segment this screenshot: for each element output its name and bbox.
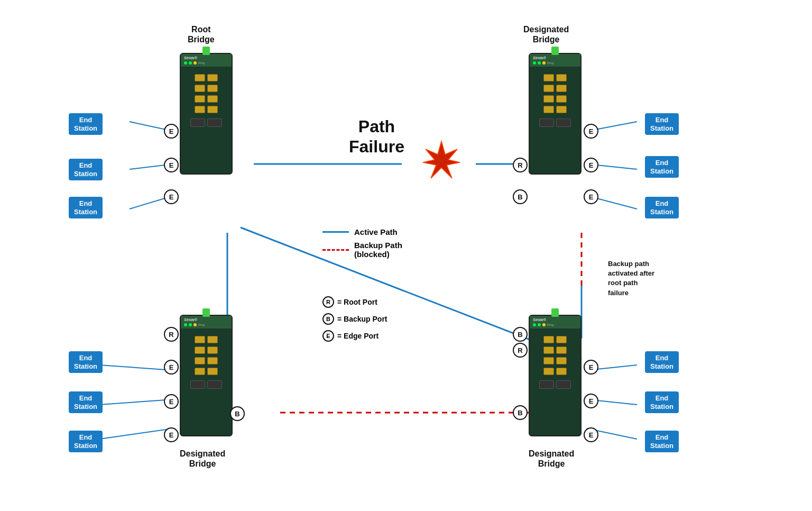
port-badge-E-br2: E bbox=[584, 394, 598, 408]
port-badge-B-br: B bbox=[513, 405, 528, 420]
switch-root-bridge: Stride® Ring bbox=[180, 53, 233, 175]
port-badge-R-tr: R bbox=[513, 158, 528, 172]
port-badge-R-bl: R bbox=[164, 327, 179, 342]
switch-designated-bottom-right: Stride® Ring bbox=[529, 315, 582, 436]
root-bridge-label: RootBridge bbox=[188, 24, 215, 44]
designated-bridge-tr-label: DesignatedBridge bbox=[523, 24, 569, 44]
end-station-tl1: EndStation bbox=[69, 113, 103, 135]
port-badge-E-br1: E bbox=[584, 360, 598, 375]
end-station-tl2: EndStation bbox=[69, 159, 103, 180]
svg-line-14 bbox=[99, 365, 173, 370]
port-definitions: R = Root Port B = Backup Port E = Edge P… bbox=[322, 296, 387, 342]
port-badge-E3: E bbox=[164, 189, 179, 204]
end-station-br1: EndStation bbox=[645, 351, 679, 373]
end-station-tr3: EndStation bbox=[645, 197, 679, 218]
root-port-def: R = Root Port bbox=[322, 296, 387, 308]
active-path-line bbox=[322, 231, 349, 233]
port-badge-E-bl2: E bbox=[164, 394, 179, 409]
svg-marker-20 bbox=[423, 141, 460, 178]
connection-lines bbox=[0, 0, 812, 511]
active-path-label: Active Path bbox=[354, 227, 398, 236]
end-station-bl3: EndStation bbox=[69, 431, 103, 452]
port-badge-E-tr1: E bbox=[584, 124, 598, 139]
port-badge-E1: E bbox=[164, 124, 179, 139]
end-station-tr2: EndStation bbox=[645, 156, 679, 178]
end-station-tl3: EndStation bbox=[69, 197, 103, 218]
port-badge-B-bl: B bbox=[230, 406, 245, 421]
edge-port-def: E = Edge Port bbox=[322, 330, 387, 342]
backup-path-label: Backup Path(blocked) bbox=[354, 241, 402, 259]
port-badge-E-bl3: E bbox=[164, 427, 179, 442]
end-station-bl2: EndStation bbox=[69, 391, 103, 413]
port-badge-E-bl1: E bbox=[164, 360, 179, 375]
port-badge-R-br: R bbox=[513, 343, 528, 358]
switch-designated-top-right: Stride® Ring bbox=[529, 53, 582, 175]
port-badge-E-br3: E bbox=[584, 427, 598, 442]
end-station-tr1: EndStation bbox=[645, 113, 679, 135]
path-failure-label: PathFailure bbox=[349, 116, 404, 157]
switch-designated-bottom-left: Stride® Ring bbox=[180, 315, 233, 436]
port-badge-B-tr: B bbox=[513, 189, 528, 204]
svg-line-15 bbox=[99, 399, 173, 405]
backup-path-line bbox=[322, 249, 349, 251]
legend: Active Path Backup Path(blocked) bbox=[322, 227, 402, 259]
port-badge-E2: E bbox=[164, 158, 179, 172]
port-badge-B-br-top: B bbox=[513, 327, 528, 342]
end-station-br3: EndStation bbox=[645, 431, 679, 452]
designated-bridge-bl-label: DesignatedBridge bbox=[180, 449, 225, 469]
backup-port-def: B = Backup Port bbox=[322, 313, 387, 325]
main-diagram: Stride® Ring bbox=[0, 0, 812, 511]
designated-bridge-br-label: DesignatedBridge bbox=[529, 449, 574, 469]
port-badge-E-tr2: E bbox=[584, 158, 598, 172]
end-station-bl1: EndStation bbox=[69, 351, 103, 373]
svg-line-16 bbox=[99, 428, 173, 439]
failure-spark bbox=[418, 139, 465, 181]
port-badge-E-tr3: E bbox=[584, 189, 598, 204]
backup-path-note: Backup pathactivated afterroot pathfailu… bbox=[608, 259, 654, 298]
end-station-br2: EndStation bbox=[645, 391, 679, 413]
